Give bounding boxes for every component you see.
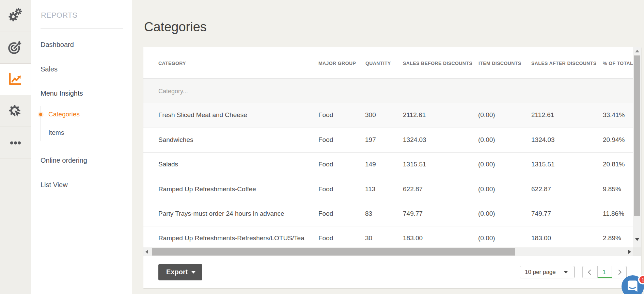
svg-text:1: 1: [642, 277, 644, 282]
